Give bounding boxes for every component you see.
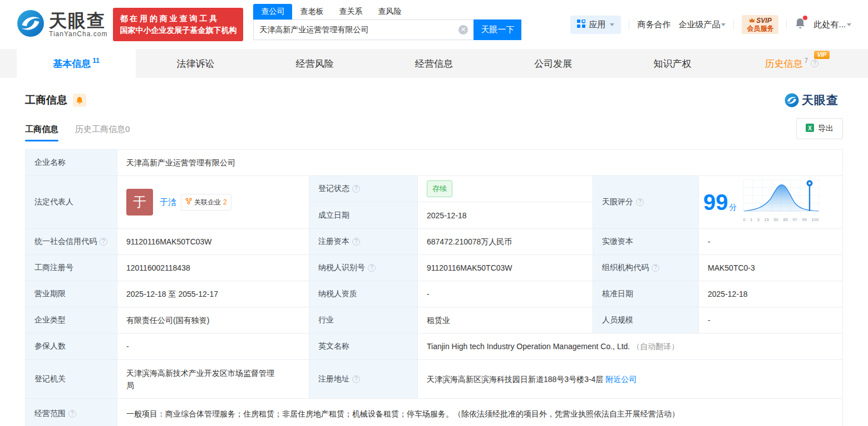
field-value-paid-capital: -: [699, 229, 838, 254]
field-value-credit-code: 91120116MAK50TC03W: [117, 229, 309, 254]
table-row: 登记机关 天津滨海高新技术产业开发区市场监督管理局 注册地址? 天津滨海高新区滨…: [26, 360, 842, 399]
tab-basic-info[interactable]: 基本信息11: [17, 49, 136, 78]
header-nav: 应用 商务合作 企业级产品 SVIP 会员服务 此处: [570, 15, 851, 34]
tianyancha-logo[interactable]: 天眼查 TianYanCha.com: [17, 9, 107, 40]
table-row: 参保人数 - 英文名称 Tianjin High tech Industry O…: [26, 334, 842, 360]
tab-history-info[interactable]: VIP 历史信息7 ?: [732, 49, 851, 78]
help-icon[interactable]: ?: [68, 410, 76, 418]
tab-business-info[interactable]: 经营信息: [374, 49, 494, 78]
chevron-down-icon: [721, 23, 726, 26]
chevron-down-icon: [610, 23, 614, 26]
table-row: 法定代表人 于 于浛 关联企业 2: [26, 176, 842, 229]
field-label-staff-size: 人员规模: [593, 307, 699, 333]
help-icon[interactable]: ?: [368, 264, 376, 272]
export-button[interactable]: X 导出: [796, 118, 843, 139]
notification-dot: [803, 16, 807, 20]
business-info-table: 企业名称 天津高新产业运营管理有限公司 法定代表人 于 于浛: [25, 149, 843, 426]
field-value-reg-capital: 687472.210078万人民币: [418, 229, 593, 254]
search-tab-boss[interactable]: 查老板: [292, 4, 331, 19]
field-value-org-code: MAK50TC0-3: [699, 255, 838, 281]
help-icon[interactable]: ?: [100, 238, 107, 246]
field-value-reg-authority: 天津滨海高新技术产业开发区市场监督管理局: [117, 360, 309, 398]
company-tabbar: 基本信息11 法律诉讼 经营风险 经营信息 公司发展 知识产权 VIP 历史信息…: [0, 49, 868, 78]
field-value-company-name: 天津高新产业运营管理有限公司: [117, 150, 838, 175]
nav-cooperation[interactable]: 商务合作: [637, 19, 670, 30]
search-tab-company[interactable]: 查公司: [253, 4, 292, 19]
table-row: 企业名称 天津高新产业运营管理有限公司: [26, 150, 842, 176]
score-chart-axis: 01 315 5085 9799 100: [743, 214, 820, 226]
section-title: 工商信息: [25, 93, 67, 107]
field-value-score: 99分: [699, 176, 838, 228]
field-value-company-type: 有限责任公司(国有独资): [117, 307, 309, 333]
field-label-reg-capital: 注册资本?: [309, 229, 418, 254]
field-value-reg-address: 天津滨海高新区滨海科技园日新道188号3号楼3-4层 附近公司: [418, 360, 838, 398]
tab-intellectual-property[interactable]: 知识产权: [613, 49, 732, 78]
main-content: 工商信息 天眼查 工商信息 历史工商信息0 X: [0, 78, 868, 426]
network-icon: [185, 196, 192, 208]
chevron-down-icon: [847, 23, 851, 26]
excel-icon: X: [806, 124, 814, 134]
nearby-companies-link[interactable]: 附近公司: [605, 373, 637, 385]
field-label-paid-capital: 实缴资本: [593, 229, 699, 254]
score-distribution-chart: 01 315 5085 9799 100: [743, 179, 820, 226]
table-row: 营业期限 2025-12-18 至 2055-12-17 纳税人资质 - 核准日…: [26, 281, 842, 307]
brand-domain: TianYanCha.com: [49, 30, 107, 38]
search-tab-relation[interactable]: 查关系: [331, 4, 370, 19]
tianyancha-logo-icon: [17, 9, 45, 40]
help-icon[interactable]: ?: [352, 238, 360, 246]
tab-company-development[interactable]: 公司发展: [494, 49, 613, 78]
apps-menu-button[interactable]: 应用: [570, 16, 621, 34]
field-label-company-name: 企业名称: [26, 150, 117, 175]
field-label-reg-number: 工商注册号: [26, 255, 117, 281]
table-row: 工商注册号 120116002118438 纳税人识别号? 91120116MA…: [26, 255, 842, 281]
brand-slogan: 都 在 用 的 商 业 查 询 工 具 国家中小企业发展子基金旗下机构: [113, 8, 243, 41]
legal-rep-name-link[interactable]: 于浛: [160, 196, 176, 208]
field-value-establish-date: 2025-12-18: [418, 202, 593, 228]
subtab-history-business-info[interactable]: 历史工商信息0: [75, 124, 130, 141]
header: 天眼查 TianYanCha.com 都 在 用 的 商 业 查 询 工 具 国…: [0, 0, 868, 49]
related-companies-badge[interactable]: 关联企业 2: [181, 194, 231, 210]
field-label-org-code: 组织机构代码?: [593, 255, 699, 281]
field-label-business-term: 营业期限: [26, 281, 117, 307]
help-icon[interactable]: ?: [652, 264, 659, 272]
vip-badge: VIP: [814, 51, 830, 59]
subtab-business-info[interactable]: 工商信息: [25, 124, 58, 141]
search-block: 查公司 查老板 查关系 查风险 ✕ 天眼一下: [253, 3, 521, 40]
field-label-establish-date: 成立日期: [309, 202, 418, 228]
legal-rep-avatar[interactable]: 于: [126, 189, 153, 216]
notifications-bell-icon[interactable]: [795, 17, 806, 32]
search-button[interactable]: 天眼一下: [474, 19, 521, 40]
field-label-taxpayer-quality: 纳税人资质: [309, 281, 418, 307]
field-value-business-scope: 一般项目：商业综合体管理服务；住房租赁；非居住房地产租赁；机械设备租赁；停车场服…: [117, 399, 838, 426]
field-value-legal-rep: 于 于浛 关联企业 2: [117, 176, 309, 228]
table-row: 统一社会信用代码? 91120116MAK50TC03W 注册资本? 68747…: [26, 229, 842, 255]
clear-search-icon[interactable]: ✕: [458, 25, 468, 35]
help-icon[interactable]: ?: [352, 185, 360, 193]
table-row: 企业类型 有限责任公司(国有独资) 行业 租赁业 人员规模 -: [26, 307, 842, 334]
field-label-legal-rep: 法定代表人: [26, 176, 117, 228]
field-label-score: 天眼评分?: [593, 176, 699, 228]
field-label-business-scope: 经营范围?: [26, 399, 117, 426]
field-value-reg-number: 120116002118438: [117, 255, 309, 281]
monitor-bell-icon[interactable]: [73, 94, 86, 107]
tab-operating-risk[interactable]: 经营风险: [255, 49, 374, 78]
svip-member-button[interactable]: SVIP 会员服务: [742, 15, 778, 34]
help-icon[interactable]: ?: [811, 60, 818, 67]
brand-name: 天眼查: [49, 11, 107, 30]
watermark-logo: 天眼查: [785, 92, 839, 108]
user-menu[interactable]: 此处有...: [813, 19, 851, 30]
field-label-credit-code: 统一社会信用代码?: [26, 229, 117, 254]
field-value-english-name: Tianjin High tech Industry Operation Man…: [418, 334, 838, 359]
field-value-taxpayer-id: 91120116MAK50TC03W: [418, 255, 593, 281]
field-label-reg-authority: 登记机关: [26, 360, 117, 398]
help-icon[interactable]: ?: [352, 375, 360, 383]
search-tab-risk[interactable]: 查风险: [370, 4, 409, 19]
field-label-insured: 参保人数: [26, 334, 117, 359]
divider: [786, 19, 787, 30]
field-label-industry: 行业: [309, 307, 418, 333]
tab-legal[interactable]: 法律诉讼: [136, 49, 255, 78]
help-icon[interactable]: ?: [636, 198, 644, 206]
nav-enterprise[interactable]: 企业级产品: [678, 19, 726, 30]
search-input[interactable]: [259, 26, 458, 35]
table-row: 经营范围? 一般项目：商业综合体管理服务；住房租赁；非居住房地产租赁；机械设备租…: [26, 399, 842, 426]
